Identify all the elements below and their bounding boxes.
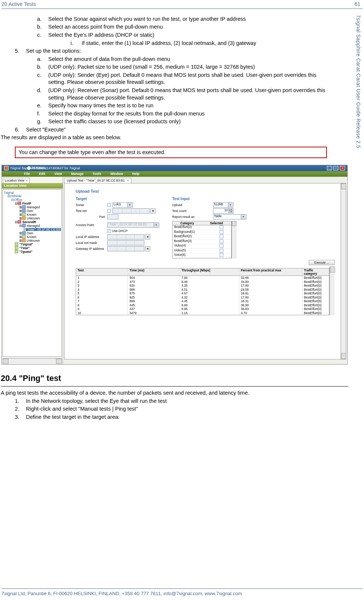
ap-icon [15, 246, 18, 250]
tree-label: Managed [27, 224, 40, 228]
cat-checkbox[interactable] [220, 230, 223, 234]
close-button[interactable]: × [340, 166, 345, 170]
location-tree[interactable]: 7signal ⊟ Helsinki ⊟ Office ⊟ FirstP ⊞ M… [3, 189, 62, 357]
tab-close-icon[interactable]: × [26, 179, 28, 182]
cat-checkbox[interactable] [220, 244, 223, 248]
tree-root[interactable]: 7signal [4, 191, 14, 195]
dhcp-checkbox[interactable]: ✓ [107, 229, 111, 233]
tree-item[interactable]: ⊞ Known [4, 213, 61, 216]
menu-file[interactable]: File [24, 172, 30, 176]
marker: i. [70, 40, 82, 47]
testnet-checkbox[interactable] [107, 209, 111, 213]
tree-item[interactable]: ⊞ Unknown [4, 239, 61, 242]
tab-label: Upload Test - "7star"_00:1F:9E:CE:B3:B1 [67, 179, 125, 182]
cat-checkbox[interactable] [220, 239, 223, 243]
cell-time: 899 [128, 299, 180, 303]
sonar-select[interactable]: Loki1 [112, 202, 133, 208]
menu-tools[interactable]: Tools [92, 172, 101, 176]
port-input[interactable] [107, 214, 118, 219]
menu-help[interactable]: Help [132, 172, 140, 176]
menu-window[interactable]: Window [110, 172, 123, 176]
marker: g. [37, 118, 48, 125]
cat-checkbox[interactable] [220, 225, 223, 229]
sonar-checkbox[interactable] [107, 203, 111, 207]
tree-selected[interactable]: "7star"_00:1F:9E:CE:B3 [4, 228, 61, 231]
gateway-ip-input[interactable]: ... [107, 246, 144, 251]
ip-helper-button[interactable]: ▾ [145, 234, 150, 239]
cat-checkbox[interactable] [220, 253, 223, 257]
tree-label: "7star"_00:1F:9E:CE:B3 [26, 228, 61, 231]
tree-item[interactable]: ⊞ Managed [4, 205, 61, 209]
marker: 2. [15, 405, 26, 413]
results-row[interactable]: 1034791.154.73BestEffort(0) [76, 311, 329, 315]
left-tab[interactable]: Location View× [3, 178, 30, 183]
cat-checkbox[interactable] [220, 249, 223, 252]
tree-item[interactable]: ⊞ Known [4, 235, 61, 239]
text: Right-click and select "Manual tests | P… [26, 405, 349, 413]
execute-button[interactable]: Execute ... [309, 260, 335, 265]
spinner-down[interactable]: ▼ [229, 211, 233, 213]
tree-item[interactable]: "7star" [4, 246, 61, 250]
results-row[interactable]: 58754.5718.81BestEffort(0) [76, 291, 329, 296]
maximize-button[interactable]: □ [333, 166, 338, 170]
menu-manage[interactable]: Manage [71, 172, 83, 176]
right-tab[interactable]: Upload Test - "7star"_00:1F:9E:CE:B3:B1 … [64, 178, 131, 183]
cell-test: 3 [76, 284, 128, 288]
app-window: 7signal Sapphire Carat 2147483647 for 7s… [1, 165, 348, 365]
results-row[interactable]: 69254.3217.80BestEffort(0) [76, 296, 329, 300]
right-panel: Upload Test - "7star"_00:1F:9E:CE:B3:B1 … [63, 177, 347, 364]
menu-view[interactable]: View [55, 172, 62, 176]
results-row[interactable]: 94478.9536.83BestEffort(0) [76, 307, 329, 311]
testcount-input[interactable]: 10 [213, 208, 229, 213]
results-row[interactable]: 39204.3517.89BestEffort(0) [76, 284, 329, 288]
results-row[interactable]: 48864.5118.58BestEffort(0) [76, 288, 329, 292]
tree-item[interactable]: "7signal" [4, 242, 61, 246]
results-row[interactable]: 24738.4634.80BestEffort(0) [76, 280, 329, 284]
category-row[interactable]: Voice(6) [173, 253, 231, 258]
results-row[interactable]: 15047.9432.66BestEffort(0) [76, 276, 329, 280]
scrollbar-vertical[interactable] [329, 267, 335, 315]
ip-helper-button[interactable]: ▾ [145, 246, 150, 251]
tree-secondr[interactable]: ⊟ SecondR [4, 220, 61, 224]
tree-office[interactable]: ⊟ Office [4, 198, 61, 202]
results-row[interactable]: 78994.4518.31BestEffort(0) [76, 299, 329, 303]
cell-throughput: 1.15 [180, 311, 239, 315]
header-left: 20 Active Tests [1, 1, 36, 8]
text: Set up the test options: [26, 48, 349, 55]
tree-label: "7star" [19, 247, 30, 250]
local-ip-input[interactable]: ... [107, 234, 144, 239]
menu-edit[interactable]: Edit [39, 172, 45, 176]
ap-select[interactable]: "7star"_00:1F:9E:CE:B3:B1 [107, 222, 159, 228]
category-table[interactable]: Category Selected BestEffort(0)Backgroun… [172, 221, 232, 258]
tree-item[interactable]: ⊞ Unknown [4, 216, 61, 220]
text: Select an access point from the pull-dow… [48, 23, 349, 31]
report-select[interactable]: Table [213, 214, 246, 219]
text: Select the display format for the result… [48, 110, 349, 118]
results-row[interactable]: 84458.9936.99BestEffort(0) [76, 303, 329, 307]
step-5f: f. Select the display format for the res… [37, 110, 349, 118]
cell-throughput: 7.94 [180, 276, 239, 280]
ip-helper-button[interactable]: ▾ [150, 208, 155, 213]
upload-select[interactable]: 512kB [213, 202, 233, 208]
scrollbar-horizontal[interactable] [3, 358, 62, 363]
scrollbar-vertical[interactable] [341, 183, 346, 359]
text: In the Network topology, select the Eye … [26, 398, 349, 405]
testnet-ip-input[interactable]: ... [112, 208, 150, 213]
cell-test: 6 [76, 296, 128, 300]
minimize-button[interactable]: _ [327, 166, 332, 170]
footer-text: 7signal Ltd, Panuntie 6, FI-00620 HELSIN… [0, 590, 364, 597]
tree-firstp[interactable]: ⊟ FirstP [4, 202, 61, 205]
local-netmask-input[interactable]: ... [107, 240, 144, 245]
tab-close-icon[interactable]: × [127, 179, 129, 182]
tree-item[interactable]: ⊞ Own [4, 209, 61, 213]
cat-name: BestEffort(2) [173, 235, 213, 239]
tree-item[interactable]: ⊞ Own [4, 231, 61, 235]
cat-checkbox[interactable] [220, 235, 223, 238]
cell-test: 10 [76, 311, 128, 315]
tree-item[interactable]: "7guest" [4, 250, 61, 254]
tree-managed[interactable]: ⊟ Managed [4, 224, 61, 228]
marker: d. [37, 87, 48, 94]
marker: 3. [15, 414, 26, 421]
cell-time: 925 [128, 296, 180, 300]
scrollbar-vertical[interactable] [232, 221, 237, 258]
